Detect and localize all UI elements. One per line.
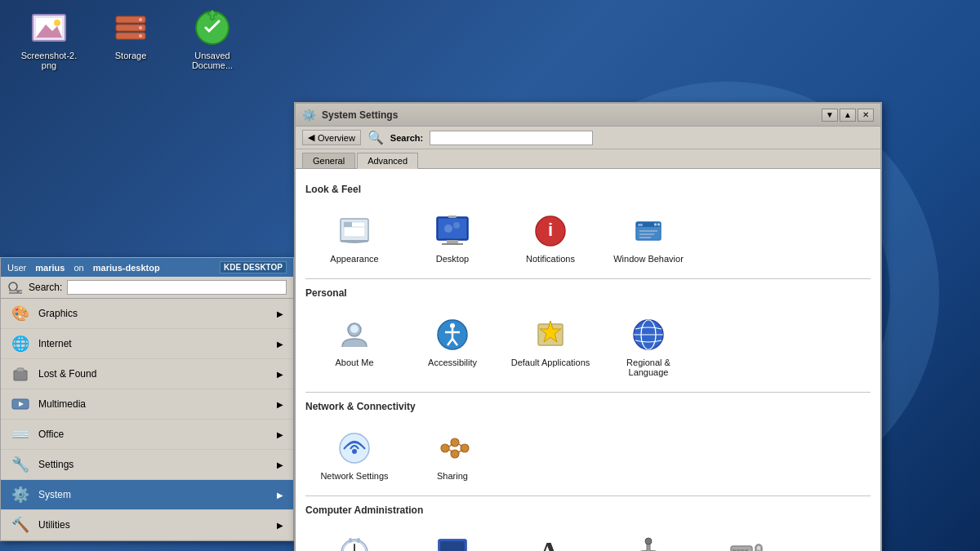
svg-point-55 [441, 444, 449, 452]
sidebar-item-internet[interactable]: 🌐 Internet ▶ [1, 329, 293, 359]
settings-item-accessibility[interactable]: Accessibility [403, 307, 501, 385]
default-applications-label: Default Applications [511, 358, 590, 367]
accessibility-label: Accessibility [428, 358, 477, 367]
network-settings-icon [335, 429, 374, 468]
section-title-computer: Computer Administration [305, 504, 871, 516]
network-settings-label: Network Settings [320, 471, 388, 481]
desktop-icon-storage[interactable]: Storage [98, 8, 163, 70]
svg-point-26 [453, 222, 460, 229]
desktop-icon-unsaved[interactable]: UnsavedDocume... [180, 8, 245, 70]
graphics-icon: 🎨 [11, 304, 30, 323]
sidebar-item-office[interactable]: ⌨️ Office ▶ [1, 420, 293, 450]
lost-found-arrow: ▶ [277, 370, 283, 379]
window-tabs: General Advanced [296, 149, 880, 169]
office-label: Office [38, 429, 64, 440]
svg-rect-35 [654, 224, 657, 226]
svg-point-25 [444, 224, 452, 233]
tab-general[interactable]: General [302, 153, 355, 168]
look-feel-grid: Appearance Desktop [305, 203, 871, 272]
window-controls: ▼ ▲ ✕ [822, 109, 874, 122]
back-button[interactable]: ◀ Overview [302, 130, 361, 145]
kde-badge: KDE DESKTOP [220, 261, 287, 273]
svg-point-11 [9, 282, 17, 291]
joystick-icon [629, 532, 668, 551]
settings-item-window-behavior[interactable]: Window Behavior [599, 203, 697, 272]
network-grid: Network Settings Sharing [305, 420, 871, 489]
window-content: Look & Feel Appearance [296, 169, 880, 551]
sidebar-item-system[interactable]: ⚙️ System ▶ [1, 480, 293, 510]
font-installer-icon: A [531, 532, 570, 551]
lost-found-icon [11, 364, 30, 384]
sidebar-item-settings[interactable]: 🔧 Settings ▶ [1, 450, 293, 480]
user-text: User [7, 263, 26, 273]
search-label-menu: Search: [29, 282, 62, 293]
svg-rect-93 [757, 546, 760, 550]
settings-item-sharing[interactable]: Sharing [403, 420, 501, 489]
settings-item-default-applications[interactable]: Default Applications [501, 307, 599, 385]
svg-point-3 [54, 20, 60, 26]
settings-item-notifications[interactable]: i Notifications [501, 203, 599, 272]
graphics-arrow: ▶ [277, 309, 283, 318]
settings-item-keyboard-mouse[interactable]: Keyboard & Mouse [697, 524, 795, 551]
settings-item-joystick[interactable]: Joystick [599, 524, 697, 551]
display-icon [433, 532, 472, 551]
svg-point-56 [451, 438, 459, 447]
sidebar-item-graphics[interactable]: 🎨 Graphics ▶ [1, 299, 293, 329]
svg-point-41 [350, 325, 359, 333]
desktop-icons-container: Screenshot-2.png Storage UnsavedDocume..… [16, 8, 245, 70]
sharing-icon [433, 429, 472, 468]
default-applications-icon [531, 315, 570, 354]
sidebar-item-utilities[interactable]: 🔨 Utilities ▶ [1, 510, 293, 540]
app-menu: User marius on marius-desktop KDE DESKTO… [0, 257, 294, 541]
system-settings-window: ⚙️ System Settings ▼ ▲ ✕ ◀ Overview 🔍 Se… [294, 102, 882, 551]
multimedia-icon [11, 394, 30, 414]
search-input-toolbar[interactable] [430, 131, 593, 145]
svg-point-43 [450, 323, 455, 328]
settings-item-font-installer[interactable]: A Font Installer [501, 524, 599, 551]
desktop-icon-settings [433, 211, 472, 251]
screenshot-icon [29, 8, 69, 47]
app-menu-header: User marius on marius-desktop KDE DESKTO… [1, 258, 293, 277]
unsaved-label: UnsavedDocume... [192, 51, 233, 70]
svg-text:i: i [548, 220, 553, 240]
svg-text:A: A [538, 536, 559, 551]
svg-point-58 [451, 450, 459, 458]
multimedia-label: Multimedia [38, 398, 86, 410]
window-minimize-button[interactable]: ▼ [822, 109, 838, 122]
graphics-label: Graphics [38, 308, 78, 319]
desktop-icon-screenshot[interactable]: Screenshot-2.png [16, 8, 82, 70]
settings-item-desktop[interactable]: Desktop [403, 203, 501, 272]
settings-item-regional-language[interactable]: Regional & Language [599, 307, 697, 385]
divider-computer [305, 495, 871, 496]
system-arrow: ▶ [277, 491, 283, 500]
window-behavior-label: Window Behavior [613, 254, 684, 264]
sidebar-item-multimedia[interactable]: Multimedia ▶ [1, 389, 293, 420]
settings-label: Settings [38, 459, 74, 470]
hostname: marius-desktop [93, 263, 160, 273]
search-input-menu[interactable] [67, 280, 287, 295]
svg-rect-14 [9, 292, 22, 294]
unsaved-icon [193, 8, 232, 47]
tab-general-label: General [313, 156, 345, 166]
svg-rect-27 [447, 240, 458, 243]
internet-icon: 🌐 [11, 334, 30, 353]
svg-rect-69 [357, 538, 360, 543]
office-icon: ⌨️ [11, 424, 30, 444]
svg-point-9 [139, 34, 142, 38]
tab-advanced[interactable]: Advanced [357, 153, 418, 169]
window-close-button[interactable]: ✕ [858, 109, 874, 122]
settings-item-about-me[interactable]: About Me [305, 307, 403, 385]
settings-item-date-time[interactable]: Date & Time [305, 524, 403, 551]
section-title-personal: Personal [305, 287, 871, 299]
settings-item-display[interactable]: Display [403, 524, 501, 551]
svg-point-77 [645, 538, 652, 544]
utilities-label: Utilities [38, 519, 70, 531]
svg-rect-29 [448, 216, 457, 218]
settings-item-network-settings[interactable]: Network Settings [305, 420, 403, 489]
settings-item-appearance[interactable]: Appearance [305, 203, 403, 272]
window-maximize-button[interactable]: ▲ [840, 109, 856, 122]
search-icon-menu [7, 281, 24, 294]
internet-label: Internet [38, 338, 72, 349]
sidebar-item-lost-found[interactable]: Lost & Found ▶ [1, 359, 293, 389]
system-label: System [38, 489, 71, 500]
